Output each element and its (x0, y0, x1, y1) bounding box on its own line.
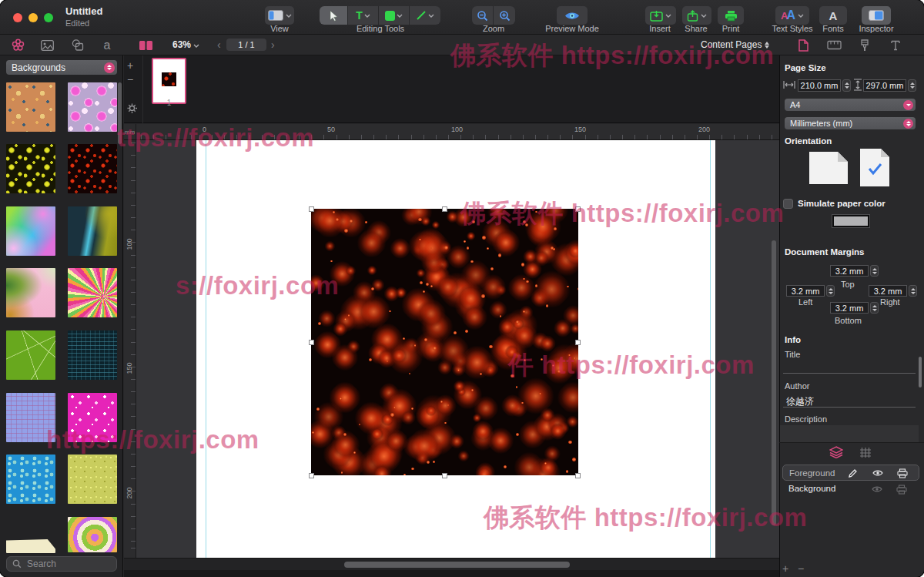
remove-layer-button[interactable]: − (798, 563, 804, 574)
background-thumbnail-teal-wave[interactable] (68, 206, 117, 256)
background-thumbnail-rainbow-swirl[interactable] (6, 206, 55, 256)
inspector-scrollbar[interactable] (919, 357, 922, 387)
inspector-tab-fill[interactable] (856, 35, 873, 55)
margin-bottom-stepper[interactable] (870, 302, 879, 314)
page-width-input[interactable]: 210.0 mm (798, 79, 841, 92)
background-thumbnail-green-lines[interactable] (6, 330, 55, 380)
margin-top-input[interactable]: 3.2 mm (830, 265, 869, 277)
eye-icon[interactable] (872, 485, 882, 493)
pencil-icon[interactable] (848, 468, 858, 478)
page-height-input[interactable]: 297.0 mm (863, 79, 906, 92)
pages-panel-toggle[interactable] (136, 35, 155, 55)
zoom-out-button[interactable] (472, 6, 494, 25)
doc-title-label: Title (785, 350, 800, 359)
page-thumbnail-1[interactable] (152, 58, 186, 104)
inspector-tab-geometry[interactable] (825, 35, 842, 55)
margin-top-stepper[interactable] (870, 265, 879, 277)
selection-handle-top-center[interactable] (442, 206, 447, 212)
inspector-tab-text[interactable] (887, 35, 904, 55)
print-button[interactable] (718, 6, 744, 25)
background-thumbnail-yellow-dots[interactable] (6, 144, 55, 193)
canvas-horizontal-scrollbar[interactable] (344, 562, 570, 568)
inspector-tab-document[interactable] (795, 35, 812, 55)
add-page-button[interactable]: + (127, 60, 133, 71)
background-thumbnail-sunburst[interactable] (68, 268, 117, 317)
margin-bottom-input[interactable]: 3.2 mm (830, 302, 869, 314)
simulate-paper-color-checkbox[interactable] (783, 199, 793, 209)
background-thumbnail-pink-leaf[interactable] (6, 268, 55, 317)
background-thumbnail-cream-paper[interactable] (6, 539, 55, 553)
search-input[interactable] (25, 558, 110, 570)
background-thumbnail-teal-maze[interactable] (68, 330, 117, 380)
sidebar-scrollbar[interactable] (118, 82, 122, 144)
selection-handle-bottom-left[interactable] (309, 473, 314, 478)
page-preset-dropdown[interactable]: A4 (785, 99, 916, 111)
line-tool-button[interactable] (410, 6, 440, 25)
page-width-stepper[interactable] (842, 79, 851, 92)
background-thumbnail-pink-blobs[interactable] (68, 82, 117, 132)
text-styles-label: Text Styles (772, 24, 812, 33)
fonts-button[interactable]: A (819, 6, 847, 25)
page-height-stepper[interactable] (908, 79, 916, 92)
selection-handle-top-right[interactable] (575, 206, 581, 212)
background-thumbnail-orange-speckle[interactable] (6, 82, 55, 132)
insert-button[interactable] (645, 6, 676, 25)
selection-handle-middle-left[interactable] (309, 340, 314, 345)
background-thumbnail-spiral[interactable] (68, 517, 117, 552)
background-thumbnail-blue-clover[interactable] (6, 455, 55, 504)
pages-mode-dropdown[interactable]: Content Pages (701, 39, 769, 50)
text-gallery-tab[interactable]: a (99, 35, 116, 55)
background-thumbnail-lavender-maze[interactable] (6, 393, 55, 442)
previous-page-button[interactable]: ‹ (217, 39, 221, 51)
minimize-button[interactable] (28, 13, 38, 22)
layer-row-background[interactable]: Background (782, 481, 919, 497)
document-canvas[interactable] (136, 140, 779, 558)
background-thumbnail-red-dots[interactable] (68, 144, 117, 193)
layers-tab-icon[interactable] (829, 446, 843, 458)
search-field[interactable] (6, 556, 117, 572)
doc-description-input[interactable] (780, 425, 919, 442)
text-tool-button[interactable]: T (348, 6, 379, 25)
preview-mode-button[interactable] (557, 6, 588, 25)
gear-icon[interactable] (127, 103, 137, 113)
margin-left-stepper[interactable] (826, 285, 835, 297)
next-page-button[interactable]: › (271, 39, 275, 51)
margin-left-input[interactable]: 3.2 mm (786, 285, 825, 297)
shapes-gallery-tab[interactable] (69, 35, 86, 55)
backgrounds-gallery-tab[interactable] (9, 35, 26, 55)
selection-handle-middle-right[interactable] (575, 340, 581, 345)
category-dropdown[interactable]: Backgrounds (6, 60, 117, 75)
zoom-in-button[interactable] (494, 6, 515, 25)
selection-handle-top-left[interactable] (309, 206, 314, 212)
shape-tool-button[interactable] (379, 6, 410, 25)
units-dropdown[interactable]: Millimeters (mm) (785, 117, 916, 129)
zoom-level-dropdown[interactable]: 63% (172, 39, 199, 50)
selected-image-object[interactable] (311, 209, 578, 475)
portrait-orientation-option[interactable] (860, 149, 889, 186)
view-button[interactable] (265, 6, 294, 25)
zoom-window-button[interactable] (44, 13, 53, 22)
select-tool-button[interactable] (320, 6, 348, 25)
layer-row-foreground[interactable]: Foreground (782, 465, 919, 481)
remove-page-button[interactable]: − (127, 74, 133, 85)
eye-icon[interactable] (872, 469, 883, 477)
background-thumbnail-yellow-speckle[interactable] (68, 455, 117, 504)
selection-handle-bottom-center[interactable] (442, 473, 447, 478)
margin-right-stepper[interactable] (909, 285, 917, 297)
insert-icon (650, 10, 663, 22)
close-button[interactable] (13, 13, 22, 22)
margin-right-input[interactable]: 3.2 mm (869, 285, 907, 297)
paper-color-swatch[interactable] (832, 214, 870, 228)
inspector-button[interactable] (862, 6, 891, 25)
selection-handle-bottom-right[interactable] (575, 473, 581, 478)
grid-tab-icon[interactable] (859, 447, 872, 458)
images-gallery-tab[interactable] (38, 35, 55, 55)
printer-icon[interactable] (896, 485, 907, 495)
landscape-orientation-option[interactable] (809, 152, 848, 184)
background-thumbnail-magenta-dots[interactable] (68, 393, 117, 442)
text-styles-button[interactable]: AA (775, 6, 809, 25)
canvas-vertical-scrollbar[interactable] (772, 240, 776, 525)
printer-icon[interactable] (897, 468, 908, 478)
add-layer-button[interactable]: + (782, 563, 788, 574)
share-button[interactable] (682, 6, 711, 25)
